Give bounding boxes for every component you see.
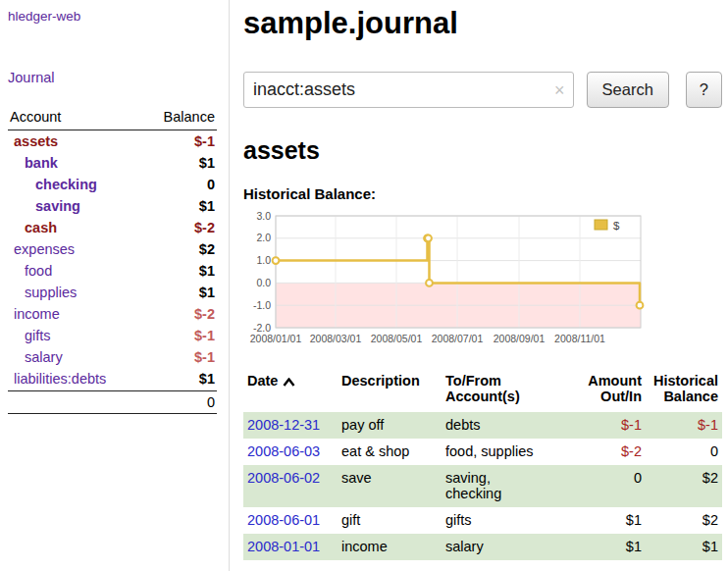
transaction-amount: $-2: [575, 439, 646, 465]
account-balance: $1: [199, 371, 215, 387]
transaction-date-link[interactable]: 2008-06-02: [247, 470, 320, 486]
account-title: assets: [243, 136, 722, 165]
account-link-supplies[interactable]: supplies: [10, 285, 77, 300]
account-link-checking[interactable]: checking: [10, 177, 97, 192]
transaction-date-cell: 2008-01-01: [243, 534, 338, 560]
svg-text:$: $: [613, 220, 620, 232]
account-row: expenses$2: [8, 238, 217, 260]
transaction-date-link[interactable]: 2008-06-03: [247, 443, 320, 459]
svg-text:2008/11/01: 2008/11/01: [554, 333, 605, 344]
account-row: cash$-2: [8, 217, 217, 238]
balance-column-header: Balance: [164, 109, 215, 125]
accounts-total-row: 0: [8, 390, 217, 414]
account-link-bank[interactable]: bank: [10, 155, 58, 171]
account-balance: $1: [199, 263, 215, 279]
account-link-salary[interactable]: salary: [10, 349, 63, 365]
transaction-accounts: salary: [442, 534, 575, 560]
transaction-balance: $2: [646, 507, 722, 534]
svg-text:-2.0: -2.0: [253, 322, 271, 334]
transaction-balance: 0: [646, 439, 722, 465]
account-link-cash[interactable]: cash: [10, 220, 57, 235]
svg-text:3.0: 3.0: [256, 210, 271, 222]
chart-title: Historical Balance:: [243, 185, 722, 202]
transaction-balance: $1: [646, 534, 722, 560]
help-button[interactable]: ?: [686, 72, 722, 108]
account-balance: $1: [199, 155, 215, 171]
balance-chart-svg: -2.0-1.00.01.02.03.02008/01/012008/03/01…: [243, 208, 650, 355]
app-title-link[interactable]: hledger-web: [8, 9, 217, 24]
transaction-balance: $2: [646, 465, 722, 507]
search-button[interactable]: Search: [587, 72, 669, 108]
historical-balance-chart: -2.0-1.00.01.02.03.02008/01/012008/03/01…: [243, 208, 722, 359]
page-title: sample.journal: [243, 6, 722, 41]
column-header-accounts: To/From Account(s): [442, 371, 575, 412]
transaction-amount: $1: [575, 507, 646, 534]
account-column-header: Account: [10, 109, 61, 125]
register-row: 2008-06-01giftgifts$1$2: [243, 507, 722, 534]
account-row: food$1: [8, 260, 217, 282]
transaction-amount: $-1: [575, 412, 646, 439]
svg-text:2008/07/01: 2008/07/01: [432, 333, 484, 344]
account-balance: $-2: [194, 220, 215, 235]
account-balance: $-1: [194, 328, 215, 343]
account-link-saving[interactable]: saving: [10, 198, 80, 214]
search-bar: × Search ?: [243, 72, 722, 108]
svg-text:2008/01/01: 2008/01/01: [250, 333, 302, 344]
account-balance: $-2: [194, 306, 215, 322]
svg-text:0.0: 0.0: [256, 277, 271, 288]
account-row: liabilities:debts$1: [8, 368, 217, 389]
account-link-gifts[interactable]: gifts: [10, 328, 51, 343]
main-content: sample.journal × Search ? assets Histori…: [243, 0, 728, 560]
sort-asc-icon: [283, 378, 295, 387]
clear-search-icon[interactable]: ×: [554, 80, 565, 98]
app-window: hledger-web Journal Account Balance asse…: [0, 0, 728, 571]
transaction-date-link[interactable]: 2008-01-01: [247, 539, 320, 554]
transaction-date-cell: 2008-06-02: [243, 465, 338, 507]
accounts-table-header: Account Balance: [8, 109, 217, 130]
svg-text:2008/05/01: 2008/05/01: [371, 333, 423, 344]
account-row: saving$1: [8, 195, 217, 217]
transaction-description: gift: [338, 507, 442, 534]
account-row: gifts$-1: [8, 325, 217, 346]
transaction-date-cell: 2008-06-03: [243, 439, 338, 465]
account-row: supplies$1: [8, 282, 217, 303]
account-link-expenses[interactable]: expenses: [10, 241, 75, 257]
total-balance: 0: [207, 394, 215, 410]
register-row: 2008-01-01incomesalary$1$1: [243, 534, 722, 560]
account-row: salary$-1: [8, 346, 217, 368]
transaction-balance: $-1: [646, 412, 722, 439]
transaction-description: save: [338, 465, 442, 507]
register-row: 2008-06-03eat & shopfood, supplies$-20: [243, 439, 722, 465]
account-link-assets[interactable]: assets: [10, 133, 58, 149]
transaction-date-link[interactable]: 2008-06-01: [247, 512, 320, 528]
svg-text:-1.0: -1.0: [253, 299, 271, 311]
svg-text:1.0: 1.0: [256, 254, 271, 266]
search-box: ×: [243, 72, 574, 108]
sidebar: hledger-web Journal Account Balance asse…: [0, 0, 230, 571]
account-link-food[interactable]: food: [10, 263, 52, 279]
search-input[interactable]: [243, 72, 574, 108]
column-header-description: Description: [338, 371, 442, 412]
transaction-amount: $1: [575, 534, 646, 560]
svg-text:2.0: 2.0: [256, 232, 271, 243]
account-row: bank$1: [8, 152, 217, 174]
transaction-description: pay off: [338, 412, 442, 439]
account-link-liabilities-debts[interactable]: liabilities:debts: [10, 371, 106, 387]
account-row: income$-2: [8, 303, 217, 325]
account-row: assets$-1: [8, 130, 217, 152]
register-header-row: Date Description To/From Account(s) Amou…: [243, 371, 722, 412]
register-row: 2008-12-31pay offdebts$-1$-1: [243, 412, 722, 439]
column-header-date[interactable]: Date: [243, 371, 338, 412]
transaction-date-cell: 2008-06-01: [243, 507, 338, 534]
account-balance: $2: [199, 241, 215, 257]
transaction-date-link[interactable]: 2008-12-31: [247, 417, 320, 433]
register-row: 2008-06-02savesaving, checking0$2: [243, 465, 722, 507]
transaction-accounts: gifts: [442, 507, 575, 534]
column-header-amount: Amount Out/In: [575, 371, 646, 412]
account-balance: $-1: [194, 349, 215, 365]
transaction-accounts: debts: [442, 412, 575, 439]
account-balance: $1: [199, 198, 215, 214]
accounts-list: assets$-1bank$1checking0saving$1cash$-2e…: [8, 130, 217, 389]
account-link-income[interactable]: income: [10, 306, 60, 322]
nav-journal-link[interactable]: Journal: [8, 70, 217, 85]
